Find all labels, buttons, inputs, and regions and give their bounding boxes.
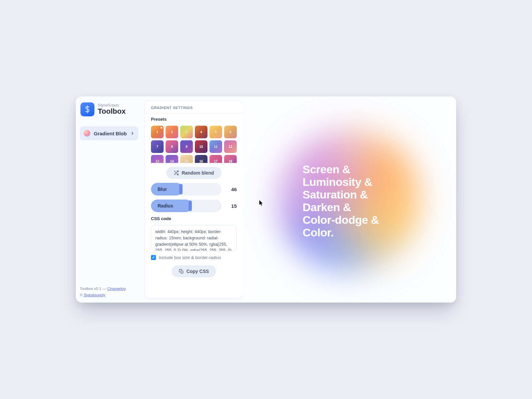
shuffle-icon [174,170,179,176]
preset-14[interactable]: 14 [166,155,178,163]
brand-logo-icon [80,102,94,116]
settings-panel: GRADIENT SETTINGS Presets 12345678910111… [145,101,243,298]
preset-11[interactable]: 11 [209,140,222,153]
preview-headline: Screen &Luminosity &Saturation &Darken &… [303,163,436,239]
preset-9[interactable]: 9 [180,140,193,153]
brand-link[interactable]: Signalsupply [84,293,105,297]
random-blend-button[interactable]: Random blend [166,167,221,179]
preset-5[interactable]: 5 [209,126,222,138]
presets-label: Presets [151,117,237,122]
brand-subtitle: SignalSupply [98,103,126,107]
radius-slider-row: Radius 15 [151,200,237,212]
sidebar-footer: Toolbox v0.1 — Changelog © Signalsupply [80,286,138,299]
preset-7[interactable]: 7 [151,140,164,153]
preset-12[interactable]: 12 [224,140,237,153]
brand: SignalSupply Toolbox [80,102,138,116]
chevron-right-icon [130,131,134,136]
preset-1[interactable]: 1 [151,126,164,138]
mouse-cursor-icon [259,200,263,205]
preset-grid: 123456789101112131415161718 [151,126,237,163]
sidebar: SignalSupply Toolbox Gradient Blob Toolb… [76,96,142,303]
nav-item-label: Gradient Blob [94,131,127,136]
app-window: SignalSupply Toolbox Gradient Blob Toolb… [76,96,456,303]
panel-title: GRADIENT SETTINGS [151,106,237,110]
blur-slider-thumb[interactable] [179,184,183,195]
nav: Gradient Blob [80,126,138,140]
blur-value: 46 [227,187,237,192]
preset-8[interactable]: 8 [166,140,178,153]
blur-slider-label: Blur [158,187,167,192]
preset-4[interactable]: 4 [195,126,207,138]
copy-icon [179,269,184,274]
panel-header: GRADIENT SETTINGS [145,101,243,113]
radius-slider[interactable]: Radius [151,200,221,212]
gradient-swatch-icon [84,130,90,137]
blur-slider[interactable]: Blur [151,183,221,196]
css-code-label: CSS code [151,216,237,221]
random-blend-label: Random blend [182,170,214,176]
copy-css-button[interactable]: Copy CSS [172,265,216,277]
include-box-checkbox[interactable]: ✓ [151,255,156,260]
preset-10[interactable]: 10 [195,140,207,153]
preset-6[interactable]: 6 [224,126,237,138]
panel-body: Presets 123456789101112131415161718 Rand… [145,113,243,283]
radius-slider-thumb[interactable] [189,200,192,211]
copyright-prefix: © [80,293,84,297]
preset-15[interactable]: 15 [180,155,193,163]
preset-13[interactable]: 13 [151,155,164,163]
blur-slider-row: Blur 46 [151,183,237,196]
radius-slider-label: Radius [158,203,173,208]
version-text: Toolbox v0.1 — [80,287,107,291]
brand-text: SignalSupply Toolbox [98,103,126,116]
preset-16[interactable]: 16 [195,155,207,163]
svg-rect-0 [181,271,183,273]
preset-17[interactable]: 17 [209,155,222,163]
changelog-link[interactable]: Changelog [107,287,126,291]
radius-value: 15 [227,203,237,209]
preset-18[interactable]: 18 [224,155,237,163]
include-box-row: ✓ Include box size & border-radius [151,255,237,260]
nav-item-gradient-blob[interactable]: Gradient Blob [80,126,138,140]
copy-css-label: Copy CSS [187,269,209,274]
brand-title: Toolbox [98,107,126,115]
preview-canvas: Screen &Luminosity &Saturation &Darken &… [243,96,456,303]
preset-2[interactable]: 2 [166,126,178,138]
preset-3[interactable]: 3 [180,126,193,138]
css-output[interactable]: width: 440px; height: 440px; border-radi… [151,225,237,251]
include-box-label: Include box size & border-radius [159,255,221,260]
